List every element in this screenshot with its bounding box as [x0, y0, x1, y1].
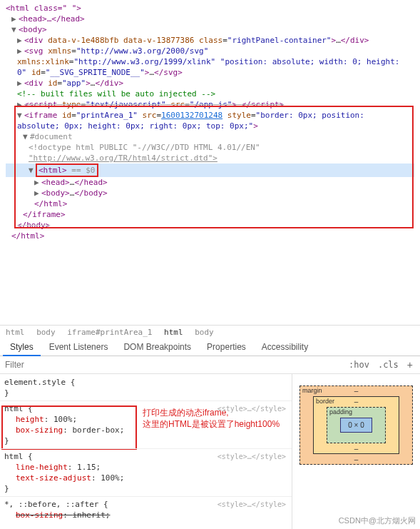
- tab-dom-breakpoints[interactable]: DOM Breakpoints: [116, 339, 198, 356]
- expand-arrow[interactable]: ▶: [17, 46, 24, 56]
- expand-arrow[interactable]: ▶: [11, 14, 19, 24]
- expand-arrow[interactable]: ▼: [23, 131, 30, 142]
- box-model: margin – border – padding 0 × 0 – –: [292, 374, 420, 529]
- crumb[interactable]: html: [164, 328, 183, 337]
- styles-rules[interactable]: element.style { } 打印生成的动态iframe, 这里的HTML…: [0, 374, 292, 529]
- styles-tabs: Styles Event Listeners DOM Breakpoints P…: [0, 339, 420, 356]
- elements-tree[interactable]: <html class=" "> ▶<head>…</head> ▼<body>…: [0, 0, 420, 325]
- hov-toggle[interactable]: :hov: [344, 358, 374, 371]
- tab-accessibility[interactable]: Accessibility: [255, 339, 315, 356]
- expand-arrow[interactable]: ▶: [17, 35, 24, 46]
- filter-input[interactable]: [3, 358, 344, 372]
- selected-node[interactable]: ▼<html> == $0: [6, 163, 414, 177]
- tab-styles[interactable]: Styles: [3, 339, 41, 356]
- crumb[interactable]: html: [6, 328, 25, 337]
- expand-arrow[interactable]: ▶: [34, 177, 41, 188]
- crumb[interactable]: body: [36, 328, 56, 337]
- tab-properties[interactable]: Properties: [200, 339, 253, 356]
- tab-event-listeners[interactable]: Event Listeners: [42, 339, 116, 356]
- expand-arrow[interactable]: ▶: [17, 78, 24, 89]
- expand-arrow[interactable]: ▼: [11, 24, 19, 35]
- box-model-content: 0 × 0: [340, 418, 372, 433]
- crumb[interactable]: iframe#printArea_1: [67, 328, 152, 337]
- new-style-rule[interactable]: +: [403, 358, 417, 372]
- iframe-src-link[interactable]: 1600132701248: [161, 111, 222, 120]
- cls-toggle[interactable]: .cls: [374, 358, 403, 371]
- breadcrumb[interactable]: html body iframe#printArea_1 html body: [0, 325, 420, 339]
- expand-arrow[interactable]: ▶: [34, 188, 41, 198]
- watermark: CSDN中@北方烟火网: [339, 515, 416, 526]
- crumb[interactable]: body: [195, 328, 214, 337]
- expand-arrow[interactable]: ▼: [17, 110, 24, 121]
